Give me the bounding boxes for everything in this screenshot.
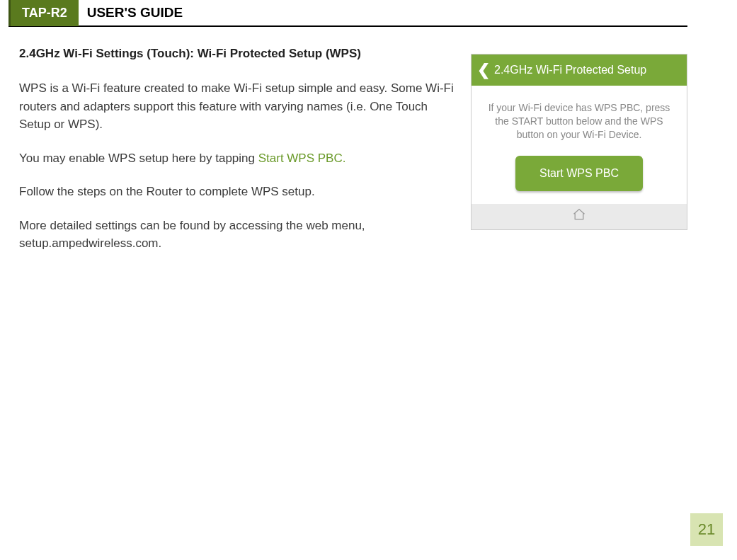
start-wps-text: Start WPS PBC. [258,152,346,165]
product-badge: TAP-R2 [8,0,79,26]
device-screenshot-panel: ❮ 2.4GHz Wi-Fi Protected Setup If your W… [471,54,687,230]
header-bar: TAP-R2 USER'S GUIDE [8,0,687,27]
panel-title: 2.4GHz Wi-Fi Protected Setup [494,64,646,76]
page-number: 21 [690,513,723,546]
section-heading: 2.4GHz Wi-Fi Settings (Touch): Wi-Fi Pro… [19,47,457,61]
home-icon[interactable] [572,207,586,225]
back-chevron-icon[interactable]: ❮ [477,62,490,78]
start-wps-button[interactable]: Start WPS PBC [515,156,643,191]
panel-footer [472,204,687,229]
guide-title: USER'S GUIDE [87,5,183,21]
paragraph-more: More detailed settings can be found by a… [19,217,457,253]
panel-instruction: If your Wi-Fi device has WPS PBC, press … [484,101,674,142]
paragraph-intro: WPS is a Wi-Fi feature created to make W… [19,79,457,134]
paragraph-follow: Follow the steps on the Router to comple… [19,183,457,201]
text-column: 2.4GHz Wi-Fi Settings (Touch): Wi-Fi Pro… [19,47,457,268]
paragraph-enable: You may enable WPS setup here by tapping… [19,149,457,168]
paragraph-enable-pre: You may enable WPS setup here by tapping [19,152,258,165]
panel-body: If your Wi-Fi device has WPS PBC, press … [472,86,687,204]
panel-header[interactable]: ❮ 2.4GHz Wi-Fi Protected Setup [472,55,687,86]
